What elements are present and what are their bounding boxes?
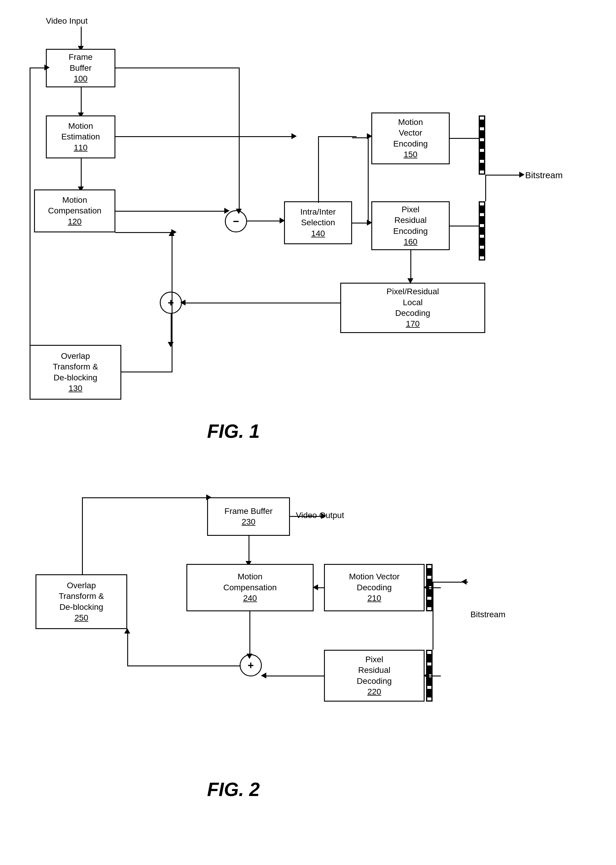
arrow-film-mvd-head xyxy=(424,585,429,590)
arrow-fb-vo-head xyxy=(321,513,326,519)
arrow-plus-ot250-head xyxy=(124,628,130,633)
arrow-film-join-v xyxy=(485,175,486,201)
bitstream-label-fig1: Bitstream xyxy=(525,170,563,180)
block-prd-220: PixelResidualDecoding 220 xyxy=(324,650,424,701)
arrow-videoinput-framebuffer xyxy=(81,27,82,47)
block-ot-250: OverlapTransform &De-blocking 250 xyxy=(36,574,127,629)
arrow-mvd-mc-head xyxy=(313,585,318,590)
fig2-label: FIG. 2 xyxy=(207,778,260,800)
arrow-film-bs-head xyxy=(519,172,525,178)
arrow-mc-sub xyxy=(115,211,226,212)
block-ot-130: OverlapTransform &De-blocking 130 xyxy=(30,345,121,400)
arrow-ot-mc-h xyxy=(121,372,171,372)
arrow-ot250-fb230-head xyxy=(206,495,212,500)
arrow-prld-plus xyxy=(181,303,341,303)
video-input-label: Video Input xyxy=(46,16,88,26)
arrow-bs-fig2-v xyxy=(432,582,434,650)
video-output-label: Video Output xyxy=(296,510,344,520)
block-prld-170: Pixel/ResidualLocalDecoding 170 xyxy=(340,283,485,333)
arrow-mve-film xyxy=(450,138,479,139)
arrow-ot-fb-h xyxy=(30,68,46,68)
arrow-prd-plus xyxy=(262,676,325,676)
arrow-ot-mc-h2 xyxy=(115,232,172,233)
arrow-mc240-plus-head xyxy=(247,654,252,659)
arrow-film-prd-head xyxy=(424,673,429,679)
arrow-fb-sub-head xyxy=(236,209,242,214)
arrow-fb-right xyxy=(115,68,240,68)
arrow-me-mve-head xyxy=(291,133,297,139)
arrow-iis-to-mve-v xyxy=(368,136,369,224)
arrow-iis-mve xyxy=(352,137,368,138)
arrow-me-mve xyxy=(115,136,293,137)
arrow-plus-ot-head xyxy=(168,342,174,347)
arrow-iis-up-h xyxy=(318,136,357,137)
block-motion-compensation-120: MotionCompensation 120 xyxy=(34,189,115,232)
arrow-iis-up xyxy=(318,136,319,203)
arrow-fb-me xyxy=(81,87,82,114)
arrow-fb-vo xyxy=(290,516,322,517)
arrow-film-bs xyxy=(485,175,521,176)
arrow-plus-ot250-h xyxy=(127,665,240,666)
plus-circle-fig1: + xyxy=(160,291,182,314)
arrow-bs-fig2-head xyxy=(461,579,467,585)
block-mc-240: MotionCompensation 240 xyxy=(186,564,314,611)
block-mve-150: MotionVectorEncoding 150 xyxy=(371,112,450,164)
arrow-mc-sub-head xyxy=(224,208,229,214)
arrow-ot-mc-v xyxy=(171,232,173,372)
arrow-pre-prld xyxy=(410,250,411,280)
bitstream-label-fig2: Bitstream xyxy=(470,610,505,619)
film-strip-mve xyxy=(479,115,485,175)
arrow-iis-right1 xyxy=(352,223,368,224)
arrow-fb-right-down xyxy=(239,68,240,219)
arrow-ot250-fb230-h xyxy=(82,497,208,498)
block-intra-inter-140: Intra/InterSelection 140 xyxy=(284,201,352,244)
film-strip-pre xyxy=(479,201,485,260)
arrow-mc240-plus xyxy=(250,611,250,655)
arrow-sub-iis xyxy=(247,221,281,221)
fig1-label: FIG. 1 xyxy=(207,421,260,442)
block-frame-buffer-100: FrameBuffer 100 xyxy=(46,49,115,87)
diagram-container: Video Input FrameBuffer 100 MotionEstima… xyxy=(0,0,616,865)
block-fb-230: Frame Buffer 230 xyxy=(207,497,290,536)
arrow-fb230-mc240 xyxy=(248,536,250,562)
arrow-ot-mc-h2-head xyxy=(171,229,177,235)
arrow-ot-fb-head xyxy=(44,65,50,71)
block-mvd-210: Motion VectorDecoding 210 xyxy=(324,564,424,611)
arrow-plus-ot250-v xyxy=(127,629,128,666)
arrow-ot250-fb230-v xyxy=(82,497,83,575)
arrow-prld-plus-head xyxy=(180,299,185,306)
arrow-ot-fb-v xyxy=(30,68,30,346)
arrow-me-mc xyxy=(81,158,82,188)
arrow-pre-film xyxy=(450,225,479,227)
block-pre-160: PixelResidualEncoding 160 xyxy=(371,201,450,250)
block-motion-estimation-110: MotionEstimation 110 xyxy=(46,115,115,158)
arrow-prd-plus-head xyxy=(261,673,266,679)
